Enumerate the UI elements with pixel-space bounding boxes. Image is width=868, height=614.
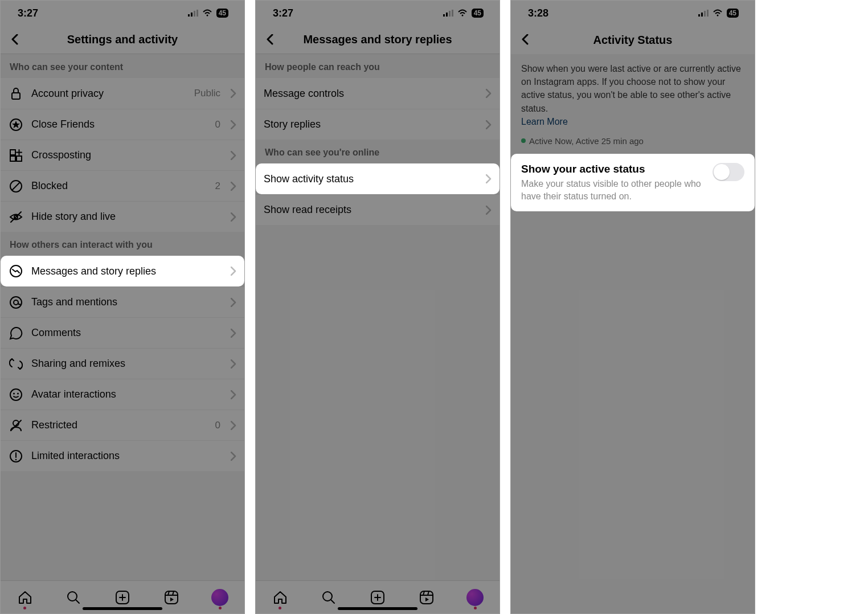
restrict-icon <box>9 418 23 433</box>
list-row[interactable]: Comments <box>1 317 244 348</box>
clock: 3:27 <box>18 7 38 19</box>
chevron-right-icon <box>231 359 236 369</box>
tab-reels[interactable] <box>163 589 180 606</box>
section-header-reach: How people can reach you <box>256 54 499 78</box>
list-row[interactable]: Limited interactions <box>1 440 244 471</box>
search-icon <box>66 590 81 605</box>
home-icon <box>273 590 288 605</box>
row-label: Hide story and live <box>31 211 223 223</box>
tab-search[interactable] <box>65 589 82 606</box>
chevron-right-icon <box>231 452 236 461</box>
home-icon <box>18 590 32 605</box>
row-label: Show read receipts <box>264 204 478 216</box>
row-label: Close Friends <box>31 118 207 130</box>
chevron-right-icon <box>486 206 492 215</box>
msg-icon <box>9 264 23 279</box>
chevron-right-icon <box>231 212 236 222</box>
back-button[interactable] <box>6 31 23 48</box>
chevron-right-icon <box>231 89 236 98</box>
chevron-right-icon <box>231 120 236 129</box>
tab-create[interactable] <box>369 589 386 606</box>
battery-icon: 45 <box>216 9 228 18</box>
reels-icon <box>164 590 179 605</box>
clock: 3:27 <box>273 7 293 19</box>
show-active-status-row[interactable]: Show your active status Make your status… <box>511 154 755 211</box>
chevron-right-icon <box>231 390 236 399</box>
list-row[interactable]: Close Friends0 <box>1 109 244 140</box>
avatar-icon <box>9 387 23 402</box>
list-row[interactable]: Avatar interactions <box>1 379 244 410</box>
tab-reels[interactable] <box>418 589 435 606</box>
screen-settings: 3:27 45 Settings and activity Who can se… <box>0 0 245 614</box>
list-row[interactable]: Tags and mentions <box>1 286 244 317</box>
row-label: Story replies <box>264 118 478 130</box>
page-title: Messages and story replies <box>303 33 452 46</box>
list-row[interactable]: Account privacyPublic <box>1 78 244 109</box>
status-bar: 3:28 45 <box>511 1 755 26</box>
row-label: Crossposting <box>31 149 223 161</box>
tab-search[interactable] <box>320 589 337 606</box>
status-bar: 3:27 45 <box>1 1 244 26</box>
chevron-right-icon <box>231 329 236 338</box>
home-indicator[interactable] <box>83 607 162 610</box>
row-value: Public <box>194 88 220 99</box>
list-row[interactable]: Hide story and live <box>1 201 244 232</box>
screen-messages: 3:27 45 Messages and story replies How p… <box>255 0 500 614</box>
cross-icon <box>9 148 23 163</box>
signal-icon <box>443 10 455 17</box>
row-label: Blocked <box>31 180 207 192</box>
at-icon <box>9 295 23 310</box>
plus-icon <box>370 590 385 605</box>
signal-icon <box>188 10 199 17</box>
row-label: Message controls <box>264 88 478 100</box>
chevron-right-icon <box>486 89 492 98</box>
section-header-online: Who can see you're online <box>256 140 499 163</box>
chevron-right-icon <box>231 182 236 191</box>
row-label: Restricted <box>31 419 207 431</box>
status-bar: 3:27 45 <box>256 1 499 26</box>
row-label: Account privacy <box>31 88 186 100</box>
list-row[interactable]: Blocked2 <box>1 170 244 201</box>
row-label: Messages and story replies <box>31 265 223 277</box>
battery-icon: 45 <box>472 9 484 18</box>
wifi-icon <box>458 9 468 17</box>
list-row[interactable]: Restricted0 <box>1 410 244 440</box>
status-example: Active Now, Active 25 min ago <box>511 134 755 154</box>
wifi-icon <box>713 9 723 17</box>
row-label: Limited interactions <box>31 450 223 462</box>
list-row[interactable]: Story replies <box>256 109 499 140</box>
block-icon <box>9 179 23 194</box>
list-row[interactable]: Show activity status <box>256 163 499 194</box>
list-row[interactable]: Sharing and remixes <box>1 348 244 379</box>
tab-create[interactable] <box>114 589 131 606</box>
list-row[interactable]: Message controls <box>256 78 499 109</box>
active-status-toggle[interactable] <box>713 163 744 181</box>
list-row[interactable]: Crossposting <box>1 140 244 170</box>
tab-home[interactable] <box>17 589 34 606</box>
chevron-right-icon <box>486 120 492 129</box>
list-row[interactable]: Messages and story replies <box>1 256 244 286</box>
tab-profile[interactable] <box>211 589 228 606</box>
chevron-right-icon <box>231 151 236 160</box>
toggle-subtitle: Make your status visible to other people… <box>521 178 744 202</box>
section-header-content: Who can see your content <box>1 54 244 78</box>
row-label: Avatar interactions <box>31 388 223 400</box>
screen-activity-status: 3:28 45 Activity Status Show when you we… <box>510 0 755 614</box>
nav-header: Settings and activity <box>1 26 244 54</box>
share-icon <box>9 357 23 371</box>
list-row[interactable]: Show read receipts <box>256 194 499 225</box>
tab-profile[interactable] <box>466 589 484 606</box>
chevron-right-icon <box>486 174 492 183</box>
wifi-icon <box>203 9 213 17</box>
nav-header: Activity Status <box>511 26 755 54</box>
profile-icon <box>211 589 228 606</box>
tab-home[interactable] <box>272 589 289 606</box>
clock: 3:28 <box>528 7 548 19</box>
chevron-right-icon <box>231 298 236 307</box>
back-button[interactable] <box>517 31 534 48</box>
learn-more-link[interactable]: Learn More <box>521 117 568 126</box>
home-indicator[interactable] <box>338 607 417 610</box>
back-button[interactable] <box>261 31 279 48</box>
hide-icon <box>9 210 23 224</box>
lock-icon <box>9 86 23 101</box>
